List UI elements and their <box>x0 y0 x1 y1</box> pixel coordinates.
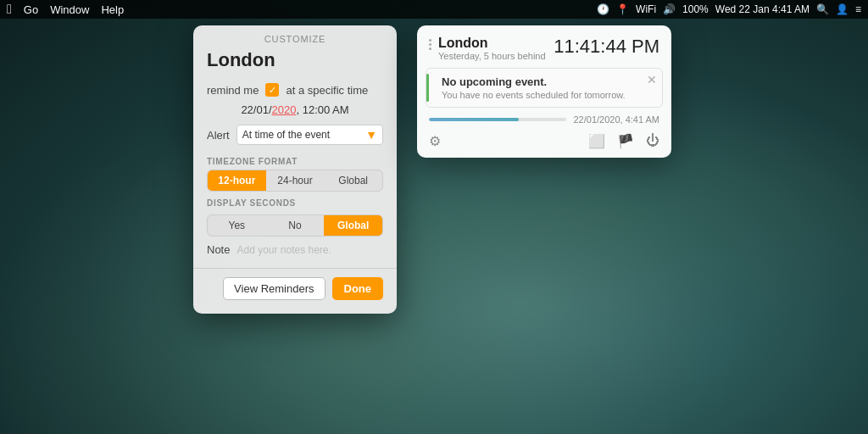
menubar-datetime: Wed 22 Jan 4:41 AM <box>715 3 810 15</box>
tz-global-btn[interactable]: Global <box>324 170 382 191</box>
menubar-volume-icon: 🔊 <box>663 3 676 15</box>
apple-menu-icon[interactable]:  <box>7 3 12 16</box>
menu-go[interactable]: Go <box>24 3 38 16</box>
note-label: Note <box>207 243 230 256</box>
progress-date: 22/01/2020, 4:41 AM <box>573 114 659 125</box>
date-time: , 12:00 AM <box>296 103 348 116</box>
customize-title: CUSTOMIZE <box>193 25 397 49</box>
clock-drag-handle[interactable] <box>429 36 431 50</box>
alert-label: Alert <box>207 129 230 142</box>
ds-yes-btn[interactable]: Yes <box>208 215 266 236</box>
alert-arrow-icon: ▼ <box>365 128 377 142</box>
settings-icon[interactable]: ⚙ <box>429 133 441 149</box>
progress-fill <box>429 118 519 121</box>
progress-row: 22/01/2020, 4:41 AM <box>417 108 671 128</box>
display-sec-label: DISPLAY SECONDS <box>193 192 397 211</box>
menubar:  Go Window Help 🕐 📍 WiFi 🔊 100% Wed 22 … <box>0 0 868 19</box>
alert-value: At time of the event <box>242 129 330 141</box>
clock-footer: ⚙ ⬜ 🏴 ⏻ <box>417 128 671 158</box>
display-sec-group: Yes No Global <box>207 214 383 236</box>
power-icon[interactable]: ⏻ <box>646 133 659 149</box>
note-row: Note Add your notes here. <box>193 236 397 263</box>
ds-global-btn[interactable]: Global <box>324 215 382 236</box>
date-row: 22/01/2020, 12:00 AM <box>193 100 397 120</box>
clock-widget: London Yesterday, 5 hours behind 11:41:4… <box>417 25 671 158</box>
notif-body: You have no events scheduled for tomorro… <box>435 90 654 100</box>
ds-no-btn[interactable]: No <box>266 215 325 236</box>
progress-track <box>429 118 566 121</box>
menu-window[interactable]: Window <box>50 3 89 16</box>
alert-select[interactable]: At time of the event ▼ <box>236 125 383 145</box>
done-button[interactable]: Done <box>332 277 384 300</box>
customize-city: London <box>193 49 397 80</box>
notif-close-icon[interactable]: ✕ <box>647 74 657 86</box>
customize-panel: CUSTOMIZE London remind me ✓ at a specif… <box>193 25 397 314</box>
notif-title: No upcoming event. <box>435 75 654 88</box>
share-icon[interactable]: ⬜ <box>588 133 605 149</box>
tz-24hour-btn[interactable]: 24-hour <box>266 170 325 191</box>
clock-info: London Yesterday, 5 hours behind <box>438 36 547 61</box>
tz-12hour-btn[interactable]: 12-hour <box>208 170 266 191</box>
menubar-user-icon[interactable]: 👤 <box>836 3 849 15</box>
menubar-location-icon: 📍 <box>616 3 629 15</box>
menubar-battery: 100% <box>682 3 709 15</box>
menubar-wifi-icon: WiFi <box>636 3 656 15</box>
remind-text: at a specific time <box>286 84 368 97</box>
timezone-section-label: TIMEZONE FORMAT <box>193 150 397 170</box>
alert-row: Alert At time of the event ▼ <box>193 120 397 150</box>
date-prefix: 22/01/ <box>241 103 271 116</box>
menu-help[interactable]: Help <box>101 3 124 16</box>
clock-time: 11:41:44 PM <box>554 36 659 58</box>
menubar-clock-icon: 🕐 <box>597 3 609 15</box>
action-row: View Reminders Done <box>193 274 397 300</box>
clock-header: London Yesterday, 5 hours behind 11:41:4… <box>417 25 671 68</box>
remind-label: remind me <box>207 84 259 97</box>
menubar-search-icon[interactable]: 🔍 <box>816 3 829 15</box>
view-reminders-button[interactable]: View Reminders <box>223 277 325 300</box>
notification-box: No upcoming event. You have no events sc… <box>426 68 663 108</box>
menubar-menu-icon[interactable]: ≡ <box>855 3 861 15</box>
clock-footer-right: ⬜ 🏴 ⏻ <box>588 133 659 149</box>
clock-subtitle: Yesterday, 5 hours behind <box>438 51 547 61</box>
note-input[interactable]: Add your notes here. <box>236 244 383 256</box>
bookmark-icon[interactable]: 🏴 <box>617 133 634 149</box>
remind-row: remind me ✓ at a specific time <box>193 80 397 100</box>
remind-checkbox[interactable]: ✓ <box>265 83 279 97</box>
timezone-toggle-group: 12-hour 24-hour Global <box>207 170 383 192</box>
clock-city: London <box>438 36 547 51</box>
notif-left-bar <box>426 74 429 102</box>
date-highlight: 2020 <box>272 103 297 116</box>
divider <box>193 268 397 269</box>
